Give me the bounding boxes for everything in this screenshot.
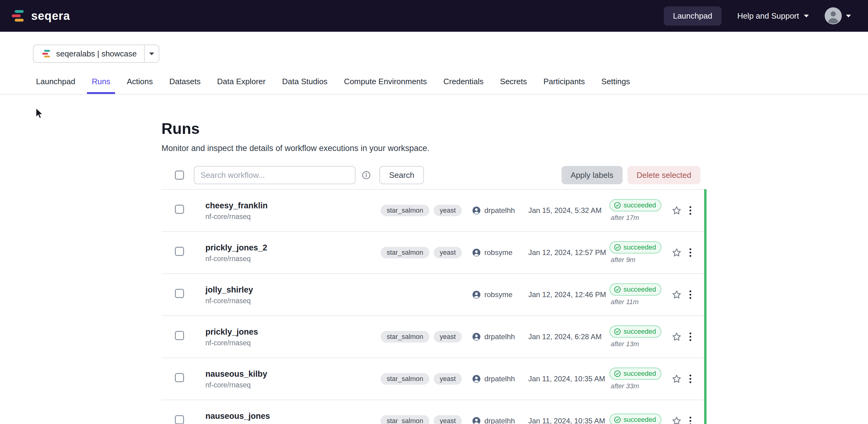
avatar: [825, 7, 842, 24]
status-label: succeeded: [623, 416, 656, 424]
workspace-dropdown-button[interactable]: [144, 45, 159, 62]
kebab-menu-icon: [689, 206, 691, 215]
table-row: jolly_shirley nf-core/rnaseq robsyme Jan…: [161, 273, 707, 316]
user-menu[interactable]: [825, 7, 851, 24]
run-date: Jan 12, 2024, 12:57 PM: [528, 248, 610, 257]
run-pipeline: nf-core/rnaseq: [206, 381, 380, 389]
tab-data-studios[interactable]: Data Studios: [277, 70, 332, 94]
star-button[interactable]: [668, 205, 686, 216]
main-content: Runs Monitor and inspect the details of …: [161, 120, 707, 424]
row-checkbox-cell: [175, 331, 206, 343]
kebab-menu-icon: [689, 332, 691, 341]
row-menu-button[interactable]: [686, 332, 707, 341]
row-menu-button[interactable]: [686, 417, 707, 424]
apply-labels-button[interactable]: Apply labels: [562, 166, 623, 184]
run-label-pill[interactable]: yeast: [434, 205, 462, 216]
run-name-link[interactable]: nauseous_kilby: [206, 369, 380, 379]
help-and-support-label: Help and Support: [737, 11, 799, 21]
search-button[interactable]: Search: [379, 166, 424, 184]
launchpad-button[interactable]: Launchpad: [664, 6, 721, 26]
select-all-checkbox[interactable]: [175, 170, 184, 180]
run-label-pill[interactable]: yeast: [434, 331, 462, 343]
row-checkbox[interactable]: [175, 331, 184, 340]
workspace-selector-row: seqeralabs | showcase: [33, 44, 868, 63]
star-button[interactable]: [668, 331, 686, 343]
star-button[interactable]: [668, 373, 686, 385]
run-status-cell: succeeded: [610, 414, 668, 424]
delete-selected-button[interactable]: Delete selected: [627, 166, 701, 184]
star-button[interactable]: [668, 247, 686, 258]
workspace-logo-icon: [41, 48, 51, 59]
row-checkbox[interactable]: [175, 373, 184, 382]
search-input[interactable]: [194, 166, 355, 184]
row-checkbox[interactable]: [175, 415, 184, 424]
run-name-link[interactable]: prickly_jones_2: [206, 242, 380, 253]
run-status-cell: succeeded after 33m: [610, 367, 668, 390]
row-checkbox[interactable]: [175, 205, 184, 214]
run-label-pill[interactable]: yeast: [434, 373, 462, 385]
info-icon[interactable]: [362, 170, 371, 180]
status-badge: succeeded: [610, 199, 661, 211]
chevron-down-icon: [846, 14, 851, 18]
row-checkbox[interactable]: [175, 289, 184, 298]
tab-data-explorer[interactable]: Data Explorer: [212, 70, 271, 94]
row-menu-button[interactable]: [686, 206, 707, 215]
run-status-cell: succeeded after 11m: [610, 283, 668, 306]
status-badge: succeeded: [610, 241, 661, 254]
run-label-pill[interactable]: star_salmon: [380, 331, 429, 343]
row-checkbox-cell: [175, 373, 206, 385]
workspace-selector-button[interactable]: seqeralabs | showcase: [34, 45, 144, 62]
run-name-link[interactable]: nauseous_jones: [206, 411, 380, 421]
check-circle-icon: [614, 416, 621, 423]
status-label: succeeded: [623, 201, 656, 209]
tab-actions[interactable]: Actions: [122, 70, 157, 94]
status-label: succeeded: [623, 286, 656, 293]
row-menu-button[interactable]: [686, 374, 707, 383]
table-row: prickly_jones_2 nf-core/rnaseq star_salm…: [161, 231, 707, 273]
run-labels-cell: star_salmon yeast: [380, 373, 472, 385]
star-icon: [671, 373, 682, 385]
run-label-pill[interactable]: yeast: [434, 247, 462, 258]
star-icon: [671, 205, 682, 216]
run-label-pill[interactable]: star_salmon: [380, 373, 429, 385]
help-and-support-menu[interactable]: Help and Support: [737, 11, 809, 21]
tab-compute-environments[interactable]: Compute Environments: [339, 70, 432, 94]
workspace-tabs: LaunchpadRunsActionsDatasetsData Explore…: [0, 70, 868, 95]
tab-secrets[interactable]: Secrets: [495, 70, 532, 94]
mouse-cursor: [35, 107, 44, 120]
tab-launchpad[interactable]: Launchpad: [31, 70, 80, 94]
run-name-link[interactable]: prickly_jones: [206, 327, 380, 337]
tab-runs[interactable]: Runs: [87, 70, 115, 94]
check-circle-icon: [614, 202, 621, 209]
run-user-cell: drpatelhh: [472, 374, 528, 383]
workspace-name: seqeralabs | showcase: [56, 49, 137, 59]
run-label-pill[interactable]: star_salmon: [380, 205, 429, 216]
row-checkbox[interactable]: [175, 247, 184, 256]
run-user-cell: robsyme: [472, 248, 528, 257]
star-button[interactable]: [668, 415, 686, 424]
star-icon: [671, 247, 682, 258]
run-date: Jan 11, 2024, 10:35 AM: [528, 417, 610, 424]
tab-credentials[interactable]: Credentials: [439, 70, 489, 94]
chevron-down-icon: [804, 14, 809, 18]
run-labels-cell: star_salmon yeast: [380, 205, 472, 216]
tab-participants[interactable]: Participants: [538, 70, 590, 94]
tab-settings[interactable]: Settings: [596, 70, 635, 94]
top-navbar: seqera Launchpad Help and Support: [0, 0, 868, 32]
brand-link[interactable]: seqera: [10, 8, 70, 24]
tab-datasets[interactable]: Datasets: [164, 70, 206, 94]
run-label-pill[interactable]: yeast: [434, 415, 462, 424]
run-date: Jan 11, 2024, 10:35 AM: [528, 374, 610, 383]
run-label-pill[interactable]: star_salmon: [380, 247, 429, 258]
run-name-link[interactable]: jolly_shirley: [206, 285, 380, 295]
run-name-link[interactable]: cheesy_franklin: [206, 200, 380, 211]
status-badge: succeeded: [610, 283, 661, 296]
user-circle-icon: [472, 248, 481, 257]
run-name-cell: cheesy_franklin nf-core/rnaseq: [206, 200, 380, 221]
star-button[interactable]: [668, 289, 686, 300]
run-labels-cell: star_salmon yeast: [380, 415, 472, 424]
row-menu-button[interactable]: [686, 290, 707, 299]
row-menu-button[interactable]: [686, 248, 707, 257]
row-checkbox-cell: [175, 415, 206, 424]
run-label-pill[interactable]: star_salmon: [380, 415, 429, 424]
